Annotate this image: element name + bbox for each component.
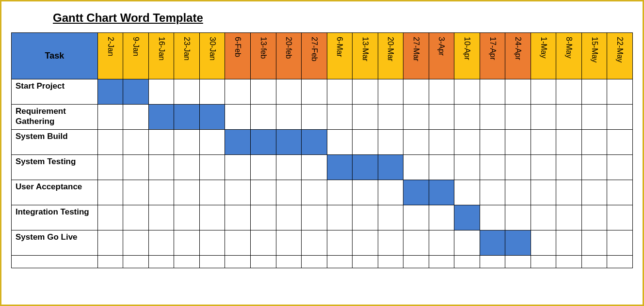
- gantt-empty-cell: [556, 230, 582, 256]
- gantt-empty-cell: [454, 155, 480, 180]
- gantt-empty-cell: [429, 256, 454, 268]
- gantt-empty-cell: [225, 180, 251, 205]
- gantt-empty-cell: [225, 256, 251, 268]
- gantt-empty-cell: [302, 205, 327, 230]
- gantt-bar-cell: [378, 155, 403, 180]
- gantt-empty-cell: [327, 205, 353, 230]
- gantt-empty-cell: [556, 105, 582, 130]
- date-header-label: 2-Jan: [106, 37, 115, 56]
- date-header: 27-Mar: [403, 33, 429, 79]
- gantt-empty-cell: [174, 130, 200, 155]
- gantt-empty-cell: [581, 130, 607, 155]
- gantt-empty-cell: [148, 155, 174, 180]
- gantt-empty-cell: [581, 230, 607, 256]
- gantt-empty-cell: [353, 79, 378, 105]
- gantt-empty-cell: [302, 230, 327, 256]
- date-header-label: 3-Apr: [437, 37, 446, 56]
- gantt-empty-cell: [556, 256, 582, 268]
- gantt-empty-cell: [225, 205, 251, 230]
- date-header: 9-Jan: [123, 33, 149, 79]
- gantt-empty-cell: [378, 205, 403, 230]
- gantt-empty-cell: [403, 230, 429, 256]
- gantt-empty-cell: [148, 180, 174, 205]
- gantt-empty-cell: [276, 155, 302, 180]
- date-header: 20-Mar: [378, 33, 403, 79]
- gantt-bar-cell: [97, 79, 123, 105]
- gantt-empty-cell: [353, 130, 378, 155]
- gantt-empty-cell: [174, 230, 200, 256]
- gantt-bar-cell: [250, 130, 276, 155]
- date-header: 15-May: [581, 33, 607, 79]
- date-header-label: 13-feb: [259, 37, 268, 59]
- date-header-label: 6-Mar: [335, 37, 344, 57]
- table-row: [12, 256, 633, 268]
- gantt-empty-cell: [250, 155, 276, 180]
- gantt-bar-cell: [199, 105, 225, 130]
- gantt-bar-cell: [174, 105, 200, 130]
- gantt-empty-cell: [378, 105, 403, 130]
- date-header-label: 10-Apr: [463, 37, 471, 60]
- gantt-empty-cell: [480, 105, 505, 130]
- gantt-empty-cell: [429, 230, 454, 256]
- date-header: 8-May: [556, 33, 582, 79]
- gantt-empty-cell: [302, 79, 327, 105]
- gantt-empty-cell: [556, 155, 582, 180]
- task-column-header: Task: [12, 33, 98, 79]
- gantt-empty-cell: [480, 180, 505, 205]
- gantt-empty-cell: [199, 180, 225, 205]
- gantt-empty-cell: [556, 180, 582, 205]
- gantt-empty-cell: [531, 230, 556, 256]
- gantt-empty-cell: [97, 230, 123, 256]
- gantt-empty-cell: [505, 205, 531, 230]
- gantt-empty-cell: [581, 79, 607, 105]
- gantt-bar-cell: [353, 155, 378, 180]
- date-header-label: 30-Jan: [208, 37, 217, 61]
- gantt-empty-cell: [607, 130, 633, 155]
- gantt-bar-cell: [403, 180, 429, 205]
- gantt-bar-cell: [429, 180, 454, 205]
- gantt-empty-cell: [531, 79, 556, 105]
- gantt-empty-cell: [581, 205, 607, 230]
- date-header: 27-Feb: [302, 33, 327, 79]
- gantt-empty-cell: [505, 180, 531, 205]
- date-header-label: 22-May: [615, 37, 624, 62]
- gantt-empty-cell: [607, 256, 633, 268]
- gantt-bar-cell: [276, 130, 302, 155]
- gantt-body: Start ProjectRequirement GatheringSystem…: [12, 79, 633, 268]
- gantt-empty-cell: [454, 230, 480, 256]
- gantt-empty-cell: [480, 205, 505, 230]
- gantt-empty-cell: [148, 205, 174, 230]
- gantt-empty-cell: [607, 79, 633, 105]
- gantt-empty-cell: [607, 155, 633, 180]
- gantt-bar-cell: [123, 79, 149, 105]
- date-header-label: 6-Feb: [233, 37, 242, 57]
- table-row: User Acceptance: [12, 180, 633, 205]
- gantt-empty-cell: [480, 79, 505, 105]
- gantt-empty-cell: [556, 130, 582, 155]
- gantt-empty-cell: [531, 105, 556, 130]
- gantt-empty-cell: [505, 155, 531, 180]
- date-header: 2-Jan: [97, 33, 123, 79]
- task-name-cell: System Go Live: [12, 230, 98, 256]
- gantt-empty-cell: [556, 79, 582, 105]
- gantt-table: Task 2-Jan9-Jan16-Jan23-Jan30-Jan6-Feb13…: [11, 32, 633, 268]
- gantt-empty-cell: [199, 79, 225, 105]
- gantt-bar-cell: [225, 130, 251, 155]
- page-title: Gantt Chart Word Template: [53, 11, 633, 25]
- gantt-empty-cell: [276, 79, 302, 105]
- table-row: Integration Testing: [12, 205, 633, 230]
- gantt-empty-cell: [353, 105, 378, 130]
- date-header-label: 24-Apr: [514, 37, 522, 60]
- gantt-empty-cell: [480, 256, 505, 268]
- table-row: System Go Live: [12, 230, 633, 256]
- gantt-empty-cell: [581, 105, 607, 130]
- gantt-empty-cell: [454, 79, 480, 105]
- gantt-empty-cell: [378, 230, 403, 256]
- table-row: System Build: [12, 130, 633, 155]
- gantt-empty-cell: [174, 205, 200, 230]
- gantt-empty-cell: [480, 130, 505, 155]
- gantt-empty-cell: [505, 79, 531, 105]
- gantt-empty-cell: [123, 155, 149, 180]
- date-header-label: 27-Feb: [310, 37, 319, 61]
- gantt-empty-cell: [97, 130, 123, 155]
